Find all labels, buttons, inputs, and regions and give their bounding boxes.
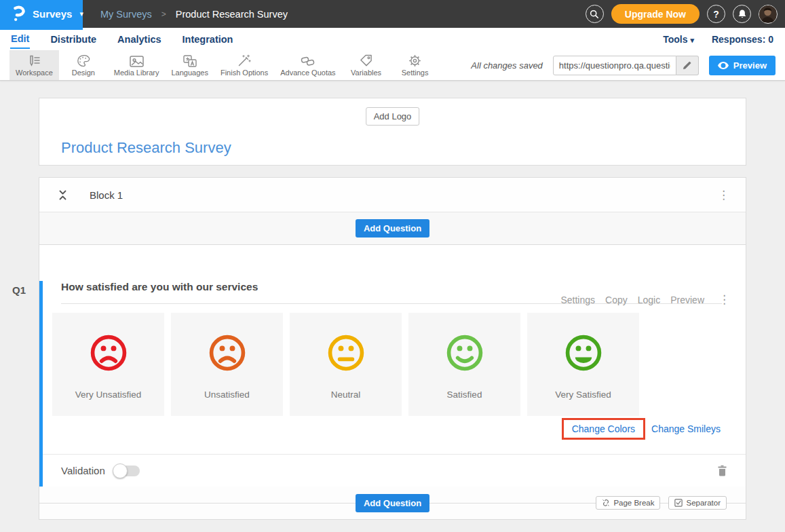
option-label: Satisfied (447, 390, 482, 400)
question-copy-link[interactable]: Copy (605, 294, 628, 305)
responses-count: Responses: 0 (712, 34, 773, 45)
smiley-option-very-satisfied[interactable]: Very Satisfied (527, 313, 639, 416)
bell-icon (738, 9, 747, 19)
validation-label: Validation (61, 465, 105, 476)
question-mark-icon: ? (713, 9, 719, 20)
smiley-option-unsatisfied[interactable]: Unsatisfied (171, 313, 283, 416)
search-button[interactable] (586, 5, 604, 23)
block-menu-icon[interactable]: ⋮ (714, 189, 733, 201)
search-icon (590, 10, 599, 19)
section-tabs: Edit Distribute Analytics Integration To… (0, 28, 785, 50)
question-number-label: Q1 (12, 284, 26, 296)
tool-workspace[interactable]: Workspace (9, 50, 59, 80)
top-bar: Surveys ▾ My Surveys > Product Research … (0, 0, 785, 28)
avatar[interactable] (759, 5, 778, 24)
chain-icon (301, 54, 315, 67)
survey-title[interactable]: Product Research Survey (61, 139, 231, 157)
smiley-option-satisfied[interactable]: Satisfied (408, 313, 520, 416)
sad-face-icon (207, 332, 248, 373)
survey-url-input[interactable] (553, 56, 676, 75)
broken-link-icon (602, 499, 610, 507)
smiley-options-row: Very Unsatisfied Unsatisfied (52, 313, 746, 416)
tab-edit[interactable]: Edit (10, 29, 30, 49)
toolbar-right: All changes saved Preview (471, 50, 785, 80)
smiley-links-row: Change Colors Change Smileys (43, 418, 721, 440)
editor-toolbar: Workspace Design Media Library (0, 50, 785, 81)
chevron-down-icon: ▾ (690, 36, 694, 44)
separator-button[interactable]: Separator (668, 496, 727, 510)
questionpro-logo-icon (13, 5, 26, 22)
option-label: Very Unsatisfied (75, 390, 142, 400)
change-colors-highlight: Change Colors (562, 418, 645, 440)
question-menu-icon[interactable]: ⋮ (714, 294, 734, 305)
save-status: All changes saved (471, 60, 543, 71)
validation-row: Validation (43, 454, 746, 487)
add-logo-button[interactable]: Add Logo (366, 107, 420, 126)
toggle-knob (113, 463, 128, 478)
tab-analytics[interactable]: Analytics (117, 30, 161, 48)
tool-design[interactable]: Design (59, 50, 108, 80)
eye-icon (718, 62, 729, 69)
add-question-button-bottom[interactable]: Add Question (356, 494, 429, 512)
tool-finish-options[interactable]: Finish Options (214, 50, 274, 80)
product-menu-label: Surveys (33, 8, 72, 20)
tool-variables[interactable]: Variables (342, 50, 391, 80)
question-logic-link[interactable]: Logic (638, 294, 660, 305)
chevron-down-icon: ▾ (79, 10, 83, 18)
help-button[interactable]: ? (707, 5, 725, 23)
upgrade-now-button[interactable]: Upgrade Now (611, 4, 700, 24)
option-label: Very Satisfied (555, 390, 611, 400)
add-question-row-top: Add Question (39, 212, 746, 245)
question-preview-link[interactable]: Preview (670, 294, 704, 305)
tools-menu[interactable]: Tools ▾ (663, 34, 694, 45)
tab-distribute[interactable]: Distribute (50, 30, 97, 48)
neutral-face-icon (326, 332, 366, 373)
add-question-button-top[interactable]: Add Question (356, 219, 429, 238)
translate-icon (183, 54, 197, 67)
notifications-button[interactable] (733, 5, 751, 23)
editor-canvas: Add Logo Product Research Survey Q1 Bloc… (0, 81, 785, 520)
edit-url-button[interactable] (676, 56, 699, 75)
preview-button[interactable]: Preview (709, 56, 776, 75)
validation-toggle[interactable] (114, 466, 140, 476)
option-label: Neutral (331, 390, 361, 400)
survey-url-group (553, 56, 699, 75)
question-card: Settings Copy Logic Preview ⋮ How satisf… (39, 281, 746, 487)
change-smileys-link[interactable]: Change Smileys (651, 423, 721, 434)
image-icon (130, 54, 144, 67)
tool-languages[interactable]: Languages (165, 50, 214, 80)
delete-question-button[interactable] (717, 465, 727, 476)
question-settings-link[interactable]: Settings (560, 294, 595, 305)
topbar-actions: Upgrade Now ? (586, 4, 785, 24)
checkbox-icon (674, 499, 683, 507)
wand-icon (237, 54, 251, 67)
collapse-block-icon[interactable] (58, 189, 67, 201)
tag-icon (360, 54, 372, 67)
smiley-option-very-unsatisfied[interactable]: Very Unsatisfied (52, 313, 164, 416)
tabbar-right: Tools ▾ Responses: 0 (663, 34, 775, 45)
question-title[interactable]: How satisfied are you with our services (61, 281, 258, 292)
page-break-button[interactable]: Page Break (596, 496, 660, 510)
tool-advance-quotas[interactable]: Advance Quotas (274, 50, 341, 80)
breadcrumb-parent[interactable]: My Surveys (100, 9, 152, 20)
change-colors-link[interactable]: Change Colors (572, 423, 635, 434)
block-footer: Add Question Page Break (39, 487, 746, 519)
tab-integration[interactable]: Integration (182, 30, 234, 48)
gear-icon (408, 54, 421, 67)
smile-face-icon (444, 332, 485, 373)
tool-media-library[interactable]: Media Library (108, 50, 166, 80)
workspace-icon (27, 54, 41, 67)
trash-icon (717, 465, 727, 476)
block-header: Block 1 ⋮ (39, 178, 746, 212)
breadcrumb-current: Product Research Survey (176, 9, 288, 20)
sad-face-icon (88, 332, 129, 373)
smiley-option-neutral[interactable]: Neutral (290, 313, 402, 416)
question-actions: Settings Copy Logic Preview ⋮ (560, 294, 734, 305)
palette-icon (77, 54, 90, 67)
product-switcher[interactable]: Surveys ▾ (0, 0, 83, 30)
block-card: Q1 Block 1 ⋮ Add Question Settings Copy … (39, 177, 746, 520)
breadcrumb-separator: > (161, 10, 166, 19)
tool-settings[interactable]: Settings (391, 50, 440, 80)
block-title[interactable]: Block 1 (90, 189, 123, 201)
survey-header-card: Add Logo Product Research Survey (39, 98, 746, 166)
